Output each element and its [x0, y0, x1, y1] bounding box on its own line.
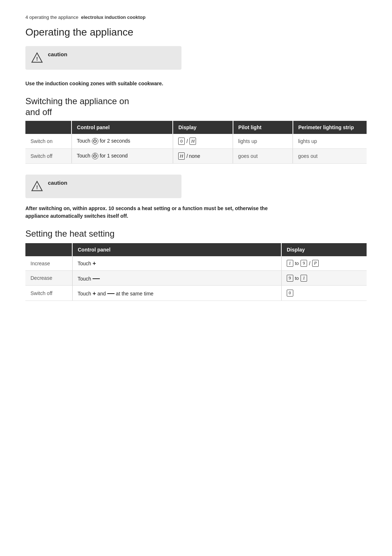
- switch-on-display: 0 / H: [173, 134, 233, 149]
- switch-table: Control panel Display Pilot light Perime…: [25, 121, 367, 164]
- caution-icon-2: !: [31, 180, 43, 193]
- display-symbol-2: H / none: [178, 152, 200, 160]
- switch-on-label: Switch on: [25, 134, 72, 149]
- heat-switchoff-label: Switch off: [25, 286, 72, 301]
- table1-header-3: Pilot light: [233, 121, 293, 134]
- svg-text:!: !: [36, 184, 38, 190]
- minus-icon: —: [93, 274, 100, 282]
- page-number: 4 operating the appliance: [25, 15, 78, 20]
- sym-box-0c: 0: [287, 290, 293, 297]
- table2-header-0: [25, 243, 72, 256]
- heat-switchoff-control: Touch + and — at the same time: [72, 286, 281, 301]
- caution-box-1: ! caution: [25, 46, 181, 70]
- power-icon-1: ⏻: [92, 138, 98, 144]
- svg-text:!: !: [36, 56, 38, 62]
- switch-off-label: Switch off: [25, 149, 72, 164]
- table2-header-1: Control panel: [72, 243, 281, 256]
- table-row: Switch on Touch ⏻ for 2 seconds 0 / H li…: [25, 134, 367, 149]
- increase-label: Increase: [25, 256, 72, 270]
- sym-box-9b: 9: [287, 275, 293, 282]
- section2-subtitle: and off: [25, 107, 367, 117]
- display-increase: 1 to 9 / P: [287, 260, 319, 267]
- switch-on-perimeter: lights up: [293, 134, 367, 149]
- minus-icon-2: —: [107, 289, 114, 297]
- sym-box-0b: 1: [301, 275, 307, 282]
- section3-title: Setting the heat setting: [25, 229, 367, 239]
- sym-box-9: 9: [301, 260, 307, 267]
- to-label-1: to: [295, 261, 299, 266]
- caution1-label: caution: [48, 51, 67, 57]
- caution2-text: After switching on, within approx. 10 se…: [25, 205, 272, 220]
- caution-icon-1: !: [31, 52, 43, 65]
- table2-header-2: Display: [281, 243, 367, 256]
- sym-box-0: 0: [178, 138, 185, 145]
- table1-header-1: Control panel: [72, 121, 173, 134]
- slash-none: / none: [185, 153, 200, 159]
- heat-table: Control panel Display Increase Touch + 1…: [25, 243, 367, 301]
- decrease-label: Decrease: [25, 271, 72, 286]
- plus-icon-2: +: [93, 290, 96, 297]
- decrease-control: Touch —: [72, 271, 281, 286]
- caution1-text: Use the induction cooking zones with sui…: [25, 80, 316, 87]
- to-label-2: to: [295, 275, 299, 281]
- display-switchoff: 0: [287, 290, 293, 297]
- slash-P: /: [308, 261, 311, 266]
- table1-header-2: Display: [173, 121, 233, 134]
- display-symbol-1: 0 / H: [178, 138, 196, 145]
- plus-icon: +: [93, 260, 96, 266]
- page-number-line: 4 operating the appliance electrolux ind…: [25, 15, 367, 20]
- table-row: Decrease Touch — 9 to 1: [25, 271, 367, 286]
- section1-title: Operating the appliance: [25, 26, 367, 38]
- switch-off-pilot: goes out: [233, 149, 293, 164]
- switch-off-control: Touch ⏻ for 1 second: [72, 149, 173, 164]
- table-row: Switch off Touch ⏻ for 1 second H / none…: [25, 149, 367, 164]
- table1-header-0: [25, 121, 72, 134]
- slash-sep: /: [185, 138, 189, 144]
- sym-box-1: 1: [287, 260, 293, 267]
- power-icon-2: ⏻: [92, 153, 98, 159]
- display-decrease: 9 to 1: [287, 275, 307, 282]
- page-number-bold: electrolux induction cooktop: [81, 15, 146, 20]
- switch-on-pilot: lights up: [233, 134, 293, 149]
- sym-box-H1: H: [189, 138, 196, 145]
- table1-header-4: Perimeter lighting strip: [293, 121, 367, 134]
- section2-title: Switching the appliance on: [25, 96, 367, 106]
- table-row: Increase Touch + 1 to 9 / P: [25, 256, 367, 270]
- sym-box-P: P: [312, 260, 319, 267]
- caution-box-2: ! caution: [25, 175, 181, 198]
- switch-off-display: H / none: [173, 149, 233, 164]
- switch-off-perimeter: goes out: [293, 149, 367, 164]
- increase-display: 1 to 9 / P: [281, 256, 367, 270]
- sym-box-H2: H: [178, 152, 185, 160]
- increase-control: Touch +: [72, 256, 281, 270]
- switch-on-control: Touch ⏻ for 2 seconds: [72, 134, 173, 149]
- table-row: Switch off Touch + and — at the same tim…: [25, 286, 367, 301]
- caution2-label: caution: [48, 180, 67, 186]
- heat-switchoff-display: 0: [281, 286, 367, 301]
- decrease-display: 9 to 1: [281, 271, 367, 286]
